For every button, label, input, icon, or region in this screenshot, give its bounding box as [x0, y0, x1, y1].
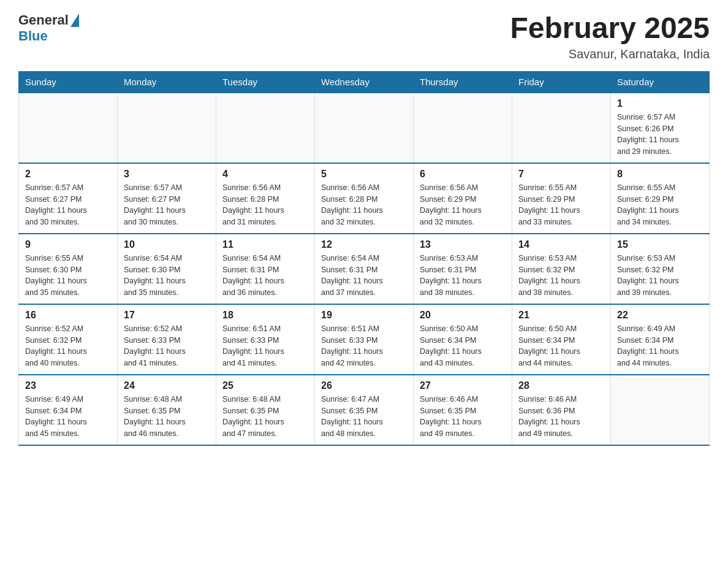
- calendar-cell: 21Sunrise: 6:50 AM Sunset: 6:34 PM Dayli…: [512, 304, 611, 375]
- week-row-2: 2Sunrise: 6:57 AM Sunset: 6:27 PM Daylig…: [19, 163, 710, 234]
- calendar-cell: [611, 375, 710, 445]
- day-number: 11: [222, 239, 308, 250]
- day-number: 16: [25, 310, 111, 321]
- week-row-3: 9Sunrise: 6:55 AM Sunset: 6:30 PM Daylig…: [19, 234, 710, 304]
- day-info: Sunrise: 6:56 AM Sunset: 6:28 PM Dayligh…: [222, 182, 308, 228]
- day-number: 12: [321, 239, 407, 250]
- day-number: 9: [25, 239, 111, 250]
- calendar-cell: 8Sunrise: 6:55 AM Sunset: 6:29 PM Daylig…: [611, 163, 710, 234]
- day-info: Sunrise: 6:55 AM Sunset: 6:29 PM Dayligh…: [518, 182, 604, 228]
- calendar-cell: 13Sunrise: 6:53 AM Sunset: 6:31 PM Dayli…: [414, 234, 512, 304]
- calendar-cell: 6Sunrise: 6:56 AM Sunset: 6:29 PM Daylig…: [414, 163, 512, 234]
- calendar-cell: 23Sunrise: 6:49 AM Sunset: 6:34 PM Dayli…: [19, 375, 118, 445]
- calendar-cell: 10Sunrise: 6:54 AM Sunset: 6:30 PM Dayli…: [118, 234, 216, 304]
- day-info: Sunrise: 6:50 AM Sunset: 6:34 PM Dayligh…: [518, 323, 604, 369]
- day-info: Sunrise: 6:49 AM Sunset: 6:34 PM Dayligh…: [25, 394, 111, 440]
- logo-blue-text: Blue: [18, 28, 48, 44]
- day-number: 15: [617, 239, 703, 250]
- day-info: Sunrise: 6:52 AM Sunset: 6:33 PM Dayligh…: [124, 323, 210, 369]
- day-number: 8: [617, 169, 703, 180]
- location: Savanur, Karnataka, India: [510, 47, 710, 61]
- day-number: 27: [420, 380, 506, 391]
- calendar-cell: 7Sunrise: 6:55 AM Sunset: 6:29 PM Daylig…: [512, 163, 611, 234]
- day-number: 2: [25, 169, 111, 180]
- header-wednesday: Wednesday: [315, 71, 414, 93]
- calendar-cell: 16Sunrise: 6:52 AM Sunset: 6:32 PM Dayli…: [19, 304, 118, 375]
- day-number: 24: [124, 380, 210, 391]
- header-friday: Friday: [512, 71, 611, 93]
- day-number: 21: [518, 310, 604, 321]
- day-info: Sunrise: 6:48 AM Sunset: 6:35 PM Dayligh…: [222, 394, 308, 440]
- day-info: Sunrise: 6:53 AM Sunset: 6:32 PM Dayligh…: [518, 253, 604, 299]
- day-number: 25: [222, 380, 308, 391]
- day-number: 3: [124, 169, 210, 180]
- calendar-cell: 15Sunrise: 6:53 AM Sunset: 6:32 PM Dayli…: [611, 234, 710, 304]
- day-info: Sunrise: 6:46 AM Sunset: 6:36 PM Dayligh…: [518, 394, 604, 440]
- month-title: February 2025: [510, 12, 710, 45]
- calendar-header-row: Sunday Monday Tuesday Wednesday Thursday…: [19, 71, 710, 93]
- day-info: Sunrise: 6:48 AM Sunset: 6:35 PM Dayligh…: [124, 394, 210, 440]
- day-number: 14: [518, 239, 604, 250]
- day-number: 22: [617, 310, 703, 321]
- calendar-cell: 14Sunrise: 6:53 AM Sunset: 6:32 PM Dayli…: [512, 234, 611, 304]
- header-monday: Monday: [118, 71, 216, 93]
- header-thursday: Thursday: [414, 71, 512, 93]
- day-number: 20: [420, 310, 506, 321]
- day-info: Sunrise: 6:55 AM Sunset: 6:29 PM Dayligh…: [617, 182, 703, 228]
- day-number: 26: [321, 380, 407, 391]
- calendar-cell: [216, 93, 315, 163]
- calendar-cell: 5Sunrise: 6:56 AM Sunset: 6:28 PM Daylig…: [315, 163, 414, 234]
- calendar-table: Sunday Monday Tuesday Wednesday Thursday…: [18, 71, 710, 446]
- day-number: 13: [420, 239, 506, 250]
- day-info: Sunrise: 6:57 AM Sunset: 6:27 PM Dayligh…: [25, 182, 111, 228]
- calendar-cell: 18Sunrise: 6:51 AM Sunset: 6:33 PM Dayli…: [216, 304, 315, 375]
- calendar-cell: 24Sunrise: 6:48 AM Sunset: 6:35 PM Dayli…: [118, 375, 216, 445]
- calendar-cell: 11Sunrise: 6:54 AM Sunset: 6:31 PM Dayli…: [216, 234, 315, 304]
- header-tuesday: Tuesday: [216, 71, 315, 93]
- title-section: February 2025 Savanur, Karnataka, India: [510, 12, 710, 61]
- calendar-cell: 9Sunrise: 6:55 AM Sunset: 6:30 PM Daylig…: [19, 234, 118, 304]
- calendar-cell: 25Sunrise: 6:48 AM Sunset: 6:35 PM Dayli…: [216, 375, 315, 445]
- calendar-cell: 22Sunrise: 6:49 AM Sunset: 6:34 PM Dayli…: [611, 304, 710, 375]
- week-row-1: 1Sunrise: 6:57 AM Sunset: 6:26 PM Daylig…: [19, 93, 710, 163]
- day-info: Sunrise: 6:51 AM Sunset: 6:33 PM Dayligh…: [321, 323, 407, 369]
- calendar-cell: 20Sunrise: 6:50 AM Sunset: 6:34 PM Dayli…: [414, 304, 512, 375]
- day-number: 18: [222, 310, 308, 321]
- calendar-cell: 12Sunrise: 6:54 AM Sunset: 6:31 PM Dayli…: [315, 234, 414, 304]
- day-info: Sunrise: 6:50 AM Sunset: 6:34 PM Dayligh…: [420, 323, 506, 369]
- day-number: 6: [420, 169, 506, 180]
- logo-general-text: General: [18, 12, 69, 28]
- calendar-cell: 17Sunrise: 6:52 AM Sunset: 6:33 PM Dayli…: [118, 304, 216, 375]
- calendar-cell: 4Sunrise: 6:56 AM Sunset: 6:28 PM Daylig…: [216, 163, 315, 234]
- day-info: Sunrise: 6:56 AM Sunset: 6:29 PM Dayligh…: [420, 182, 506, 228]
- day-info: Sunrise: 6:47 AM Sunset: 6:35 PM Dayligh…: [321, 394, 407, 440]
- day-number: 5: [321, 169, 407, 180]
- day-number: 4: [222, 169, 308, 180]
- day-info: Sunrise: 6:52 AM Sunset: 6:32 PM Dayligh…: [25, 323, 111, 369]
- calendar-cell: 19Sunrise: 6:51 AM Sunset: 6:33 PM Dayli…: [315, 304, 414, 375]
- day-number: 19: [321, 310, 407, 321]
- day-info: Sunrise: 6:55 AM Sunset: 6:30 PM Dayligh…: [25, 253, 111, 299]
- calendar-cell: [512, 93, 611, 163]
- day-info: Sunrise: 6:56 AM Sunset: 6:28 PM Dayligh…: [321, 182, 407, 228]
- week-row-4: 16Sunrise: 6:52 AM Sunset: 6:32 PM Dayli…: [19, 304, 710, 375]
- calendar-cell: [414, 93, 512, 163]
- day-info: Sunrise: 6:49 AM Sunset: 6:34 PM Dayligh…: [617, 323, 703, 369]
- day-number: 10: [124, 239, 210, 250]
- week-row-5: 23Sunrise: 6:49 AM Sunset: 6:34 PM Dayli…: [19, 375, 710, 445]
- logo: General Blue: [18, 12, 79, 44]
- page-header: General Blue February 2025 Savanur, Karn…: [18, 12, 710, 61]
- day-number: 28: [518, 380, 604, 391]
- day-info: Sunrise: 6:54 AM Sunset: 6:30 PM Dayligh…: [124, 253, 210, 299]
- calendar-cell: [118, 93, 216, 163]
- day-info: Sunrise: 6:54 AM Sunset: 6:31 PM Dayligh…: [321, 253, 407, 299]
- calendar-cell: 1Sunrise: 6:57 AM Sunset: 6:26 PM Daylig…: [611, 93, 710, 163]
- day-info: Sunrise: 6:54 AM Sunset: 6:31 PM Dayligh…: [222, 253, 308, 299]
- calendar-cell: 27Sunrise: 6:46 AM Sunset: 6:35 PM Dayli…: [414, 375, 512, 445]
- calendar-cell: [19, 93, 118, 163]
- day-info: Sunrise: 6:57 AM Sunset: 6:26 PM Dayligh…: [617, 112, 703, 158]
- calendar-cell: 28Sunrise: 6:46 AM Sunset: 6:36 PM Dayli…: [512, 375, 611, 445]
- day-number: 23: [25, 380, 111, 391]
- header-sunday: Sunday: [19, 71, 118, 93]
- header-saturday: Saturday: [611, 71, 710, 93]
